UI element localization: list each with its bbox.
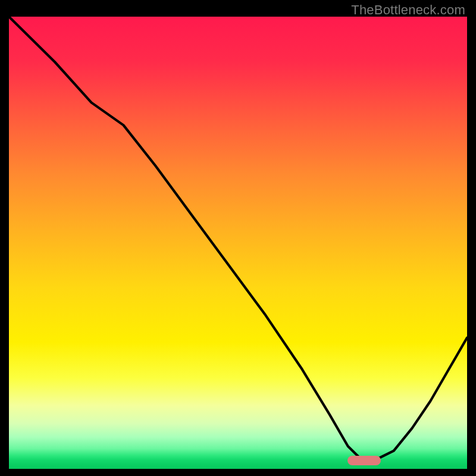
bottleneck-curve — [9, 17, 467, 469]
watermark-text: TheBottleneck.com — [351, 2, 465, 18]
chart-plot-area — [9, 17, 467, 469]
chart-frame — [9, 17, 467, 469]
optimal-marker — [347, 456, 381, 465]
